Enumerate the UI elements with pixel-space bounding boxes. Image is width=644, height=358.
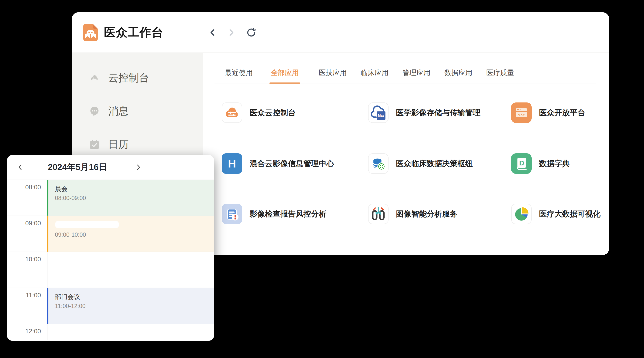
book-d-icon: D [511, 153, 532, 174]
app-image-ai-analysis[interactable]: 图像智能分析服务 [368, 204, 458, 224]
app-big-data-visualization[interactable]: 医疗大数据可视化 [511, 204, 600, 224]
code-window-icon: </> [511, 102, 532, 123]
event-time: 11:00-12:00 [55, 302, 214, 310]
forward-arrow-icon [228, 28, 235, 37]
app-open-platform[interactable]: </> 医众开放平台 [511, 102, 585, 123]
hour-gridline [7, 324, 214, 324]
desktop-background: 医众工作台 [0, 0, 644, 358]
report-alert-icon [222, 204, 242, 224]
event-time: 09:00-10:00 [55, 231, 214, 239]
app-label: 影像检查报告风控分析 [250, 209, 326, 219]
tab-data[interactable]: 数据应用 [444, 68, 472, 78]
tab-clinical[interactable]: 临床应用 [360, 68, 388, 78]
cloud-sliders-app-icon [222, 102, 242, 123]
database-plus-icon [368, 153, 388, 174]
app-label: 数据字典 [539, 159, 570, 169]
app-category-tabs: 最近使用 全部应用 医技应用 临床应用 管理应用 数据应用 医疗质量 [203, 53, 609, 83]
app-logo-icon [83, 24, 98, 41]
sidebar-item-label: 消息 [108, 104, 129, 118]
back-arrow-icon [209, 28, 216, 37]
svg-text:Mas: Mas [378, 114, 384, 117]
chevron-left-icon [17, 163, 23, 171]
app-label: 医众云控制台 [250, 108, 296, 118]
app-data-dictionary[interactable]: D 数据字典 [511, 153, 570, 174]
app-label: 医学影像存储与传输管理 [396, 108, 480, 118]
pie-chart-icon [511, 204, 532, 224]
app-image-storage[interactable]: Mas 医学影像存储与传输管理 [368, 102, 480, 123]
calendar-day-grid: 08:00 09:00 10:00 11:00 12:00 晨会 08:00-0… [7, 180, 214, 340]
back-button[interactable] [209, 28, 216, 37]
event-department-meeting[interactable]: 部门会议 11:00-12:00 [47, 288, 214, 324]
cloud-sliders-icon [89, 73, 100, 83]
calendar-check-icon [89, 139, 100, 150]
app-label: 混合云影像信息管理中心 [250, 159, 334, 169]
chevron-right-icon [136, 163, 142, 171]
calendar-panel: 2024年5月16日 08:00 09:00 10:00 11:00 12:00 [7, 155, 214, 341]
sidebar-item-label: 日历 [108, 138, 129, 151]
tab-all-apps[interactable]: 全部应用 [271, 68, 299, 78]
sidebar-item-messages[interactable]: 消息 [72, 95, 203, 128]
refresh-icon [246, 28, 256, 37]
lungs-icon [368, 204, 388, 224]
tab-medtech[interactable]: 医技应用 [319, 68, 347, 78]
half-hour-gridline [48, 270, 214, 270]
calendar-header: 2024年5月16日 [7, 155, 214, 180]
event-title: 部门会议 [55, 293, 214, 301]
svg-text:D: D [519, 159, 524, 167]
time-label: 12:00 [7, 327, 41, 335]
time-label: 09:00 [7, 219, 41, 227]
cloud-mas-icon: Mas [368, 102, 388, 123]
refresh-button[interactable] [246, 28, 256, 37]
forward-button[interactable] [228, 28, 235, 37]
svg-text:H: H [228, 158, 236, 170]
svg-text:</>: </> [518, 112, 525, 117]
app-report-risk-analysis[interactable]: 影像检查报告风控分析 [222, 204, 326, 224]
redacted-event-title [55, 221, 119, 228]
calendar-date: 2024年5月16日 [44, 162, 111, 173]
tab-recent[interactable]: 最近使用 [225, 68, 253, 78]
event-time: 08:00-09:00 [55, 194, 214, 202]
event-redacted[interactable]: 09:00-10:00 [47, 216, 214, 252]
app-label: 医众开放平台 [539, 108, 585, 118]
event-morning-meeting[interactable]: 晨会 08:00-09:00 [47, 180, 214, 216]
sidebar-item-label: 云控制台 [108, 71, 149, 85]
calendar-prev-button[interactable] [17, 163, 23, 171]
content-area: 最近使用 全部应用 医技应用 临床应用 管理应用 数据应用 医疗质量 [203, 53, 609, 255]
app-label: 图像智能分析服务 [396, 209, 458, 219]
app-cloud-console[interactable]: 医众云控制台 [222, 102, 296, 123]
app-clinical-data-hub[interactable]: 医众临床数据决策枢纽 [368, 153, 473, 174]
app-hybrid-cloud-center[interactable]: H 混合云影像信息管理中心 [222, 153, 334, 174]
time-label: 11:00 [7, 291, 41, 299]
window-title: 医众工作台 [104, 25, 163, 40]
tabs-divider [214, 83, 596, 83]
app-label: 医众临床数据决策枢纽 [396, 159, 473, 169]
event-title: 晨会 [55, 185, 214, 193]
time-label: 10:00 [7, 255, 41, 263]
chat-bubble-icon [89, 106, 100, 117]
sidebar-item-cloud-console[interactable]: 云控制台 [72, 61, 203, 95]
window-header: 医众工作台 [72, 12, 609, 53]
letter-h-icon: H [222, 153, 242, 174]
app-label: 医疗大数据可视化 [539, 209, 600, 219]
browser-nav [209, 12, 256, 52]
calendar-next-button[interactable] [136, 163, 142, 171]
tab-management[interactable]: 管理应用 [402, 68, 430, 78]
time-label: 08:00 [7, 183, 41, 191]
tab-quality[interactable]: 医疗质量 [486, 68, 514, 78]
hour-gridline [7, 252, 214, 252]
